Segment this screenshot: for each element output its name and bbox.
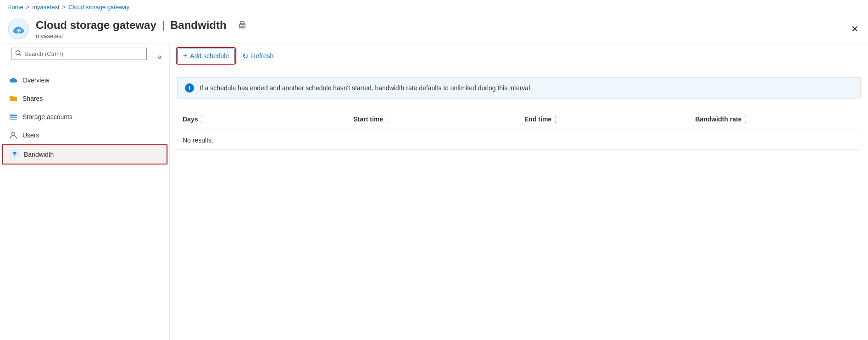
svg-rect-4 [240,26,244,27]
table-header: Days ↑↓ Start time ↑↓ End time [177,108,861,131]
svg-point-11 [12,132,15,136]
header-title: Cloud storage gateway | Bandwidth [36,19,249,32]
close-button[interactable]: ✕ [849,22,861,36]
refresh-label: Refresh [251,52,273,60]
storage-icon [9,112,18,121]
sidebar-item-users[interactable]: Users [0,126,169,144]
sidebar-item-overview[interactable]: Overview [0,71,169,89]
breadcrumb: Home > myasetest > Cloud storage gateway [0,0,868,14]
table-empty-message: No results. [177,131,861,150]
column-end-time[interactable]: End time ↑↓ [519,111,690,127]
add-schedule-button[interactable]: + Add schedule [177,49,235,63]
svg-line-7 [20,55,22,56]
add-icon: + [183,52,187,60]
refresh-icon: ↻ [242,52,248,60]
refresh-button[interactable]: ↻ Refresh [237,49,279,63]
search-input[interactable] [24,50,143,57]
storage-accounts-label: Storage accounts [22,113,72,121]
header-title-group: Cloud storage gateway | Bandwidth myaset… [36,19,249,39]
cloud-storage-icon [7,18,29,40]
sidebar-item-storage-accounts[interactable]: Storage accounts [0,108,169,126]
info-banner-message: If a schedule has ended and another sche… [200,84,532,92]
users-label: Users [22,132,39,139]
main-layout: « Overview Shares [0,44,868,340]
header-subtitle: myasetest [36,33,249,39]
cloud-icon [9,76,18,85]
sort-arrows-start-time[interactable]: ↑↓ [386,114,388,124]
print-icon [238,21,247,30]
sort-arrows-bandwidth-rate[interactable]: ↑↓ [745,114,747,124]
header-title-main: Cloud storage gateway [36,19,156,32]
add-schedule-label: Add schedule [190,52,229,60]
sort-arrows-days[interactable]: ↑↓ [200,114,203,124]
header-title-section: Bandwidth [170,19,227,32]
breadcrumb-sep1: > [26,4,30,11]
folder-icon [9,94,18,103]
breadcrumb-home[interactable]: Home [7,4,23,11]
bandwidth-table: Days ↑↓ Start time ↑↓ End time [177,108,861,150]
svg-rect-10 [10,119,17,120]
breadcrumb-myasetest[interactable]: myasetest [32,4,59,11]
header-left: Cloud storage gateway | Bandwidth myaset… [7,18,249,40]
sidebar-item-bandwidth[interactable]: Bandwidth [2,144,167,165]
sort-arrows-end-time[interactable]: ↑↓ [554,114,556,124]
wifi-nav-icon [10,150,19,159]
bandwidth-label: Bandwidth [24,151,54,158]
page-icon [7,18,29,40]
svg-point-1 [18,31,19,33]
overview-label: Overview [22,77,49,84]
svg-rect-8 [10,115,17,116]
header-title-divider: | [162,19,165,32]
svg-rect-9 [10,117,17,118]
search-container [11,48,147,60]
user-icon [9,131,18,140]
breadcrumb-sep2: > [62,4,66,11]
content-area: + Add schedule ↻ Refresh i If a schedule… [170,44,868,340]
page-header: Cloud storage gateway | Bandwidth myaset… [0,14,868,44]
info-icon: i [185,83,194,93]
main-content: i If a schedule has ended and another sc… [170,68,868,340]
search-icon [15,50,22,58]
column-days[interactable]: Days ↑↓ [177,111,348,127]
breadcrumb-current[interactable]: Cloud storage gateway [68,4,129,11]
svg-point-5 [244,24,245,25]
collapse-sidebar-button[interactable]: « [156,51,164,63]
info-banner: i If a schedule has ended and another sc… [177,77,861,99]
print-button[interactable] [236,19,249,32]
header-actions: ✕ [849,22,861,36]
svg-point-13 [14,155,15,156]
sidebar: « Overview Shares [0,44,170,340]
sidebar-item-shares[interactable]: Shares [0,89,169,108]
toolbar: + Add schedule ↻ Refresh [170,44,868,68]
column-start-time[interactable]: Start time ↑↓ [348,111,519,127]
shares-label: Shares [22,95,43,102]
column-bandwidth-rate[interactable]: Bandwidth rate ↑↓ [690,111,861,127]
